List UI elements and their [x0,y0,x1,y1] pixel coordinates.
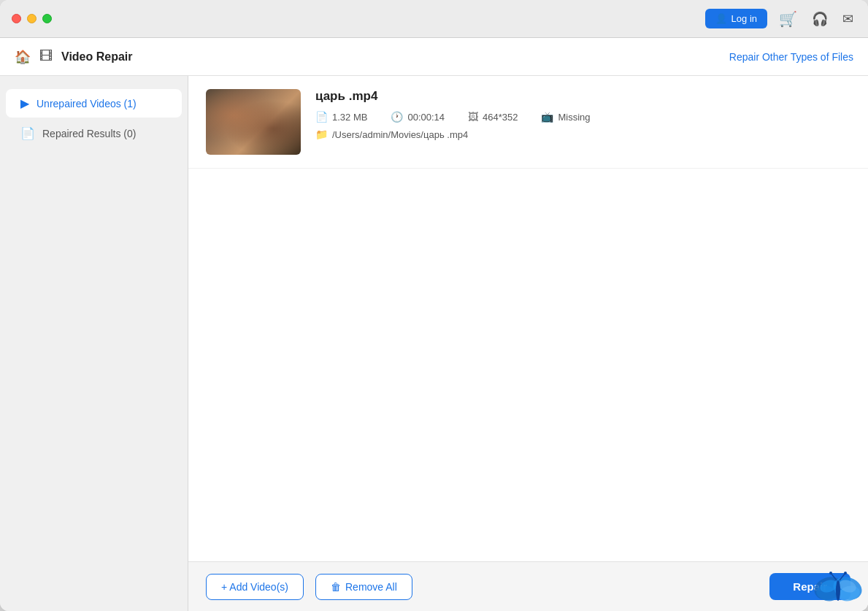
folder-icon: 📁 [315,128,328,140]
file-name: царь .mp4 [315,89,850,104]
app-window: 👤 Log in 🛒 🎧 ✉ 🏠 🎞 Video Repair Repair O… [0,0,868,611]
file-thumbnail [206,89,301,155]
mail-icon: ✉ [842,11,853,27]
nav-bar: 🏠 🎞 Video Repair Repair Other Types of F… [0,38,868,76]
cart-button[interactable]: 🛒 [776,7,800,31]
close-button[interactable] [12,14,21,23]
headphones-button[interactable]: 🎧 [809,8,831,30]
file-icon: 📄 [20,126,35,140]
file-resolution-item: 🖼 464*352 [468,111,518,123]
repair-button[interactable]: Repair [769,573,850,600]
home-icon[interactable]: 🏠 [15,49,31,65]
image-icon: 🖼 [468,111,478,123]
maximize-button[interactable] [42,14,52,23]
login-button[interactable]: 👤 Log in [705,9,767,28]
sidebar-repaired-label: Repaired Results (0) [42,128,136,139]
nav-left: 🏠 🎞 Video Repair [15,49,133,65]
bottom-bar: + Add Video(s) 🗑 Remove All Repair [188,561,868,611]
remove-all-button[interactable]: 🗑 Remove All [315,574,412,600]
document-icon: 📄 [315,111,328,123]
sidebar-item-repaired[interactable]: 📄 Repaired Results (0) [6,119,182,147]
headphones-icon: 🎧 [812,11,828,27]
file-info: царь .mp4 📄 1.32 MB 🕐 00:00:14 [315,89,850,140]
file-path: /Users/admin/Movies/царь .mp4 [332,129,468,140]
page-title: Video Repair [61,50,133,64]
mail-button[interactable]: ✉ [840,8,856,30]
app-icon: 🎞 [39,49,53,64]
file-resolution: 464*352 [483,112,518,123]
content-area: царь .mp4 📄 1.32 MB 🕐 00:00:14 [188,76,868,611]
file-meta-row: 📄 1.32 MB 🕐 00:00:14 🖼 464*352 [315,111,850,123]
title-bar: 👤 Log in 🛒 🎧 ✉ [0,0,868,38]
add-videos-button[interactable]: + Add Video(s) [206,574,304,600]
sidebar-item-unrepaired[interactable]: ▶ Unrepaired Videos (1) [6,89,182,118]
monitor-icon: 📺 [541,111,553,123]
file-size-item: 📄 1.32 MB [315,111,367,123]
clock-icon: 🕐 [391,111,403,123]
sidebar-unrepaired-label: Unrepaired Videos (1) [37,98,137,109]
file-list: царь .mp4 📄 1.32 MB 🕐 00:00:14 [188,76,868,561]
repair-other-link[interactable]: Repair Other Types of Files [729,51,853,63]
file-item: царь .mp4 📄 1.32 MB 🕐 00:00:14 [188,76,868,169]
main-content: ▶ Unrepaired Videos (1) 📄 Repaired Resul… [0,76,868,611]
trash-icon: 🗑 [331,581,341,593]
file-duration-item: 🕐 00:00:14 [391,111,445,123]
file-size: 1.32 MB [332,112,367,123]
user-icon: 👤 [715,13,727,24]
file-status: Missing [558,112,590,123]
minimize-button[interactable] [27,14,37,23]
repair-btn-area: Repair [769,573,850,600]
sidebar: ▶ Unrepaired Videos (1) 📄 Repaired Resul… [0,76,188,611]
file-duration: 00:00:14 [407,112,445,123]
file-path-row: 📁 /Users/admin/Movies/царь .mp4 [315,128,850,140]
traffic-lights [12,14,52,23]
file-status-item: 📺 Missing [541,111,590,123]
title-bar-actions: 👤 Log in 🛒 🎧 ✉ [705,7,856,31]
nav-right: Repair Other Types of Files [729,50,853,64]
play-icon: ▶ [20,96,29,110]
cart-icon: 🛒 [779,10,797,28]
